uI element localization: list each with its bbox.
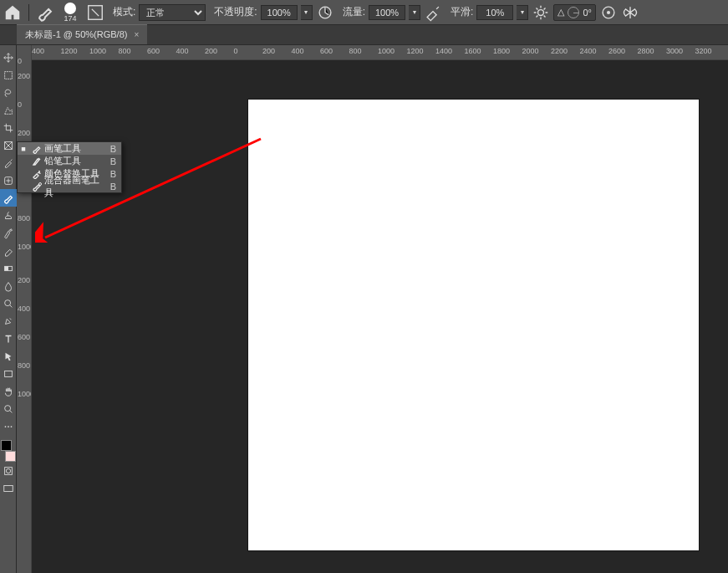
symmetry-button[interactable] [621, 3, 639, 22]
flyout-item[interactable]: ■画笔工具B [18, 142, 121, 155]
healing-brush-tool[interactable] [0, 171, 17, 189]
gear-icon [532, 3, 550, 22]
eyedropper-tool[interactable] [0, 154, 17, 171]
ruler-tick: 0 [18, 100, 22, 109]
home-icon [3, 3, 22, 22]
brush-dot-icon [64, 3, 76, 14]
brush-tool-flyout: ■画笔工具B铅笔工具B颜色替换工具B混合器画笔工具B [17, 141, 122, 193]
flow-input[interactable] [369, 5, 405, 20]
crop-tool[interactable] [0, 119, 17, 136]
ruler-tick: 0 [234, 47, 238, 55]
brush-tool[interactable] [0, 189, 17, 207]
blend-mode-select[interactable]: 正常 [139, 4, 206, 21]
color-swatches[interactable] [0, 440, 17, 462]
smoothing-input[interactable] [476, 5, 513, 20]
opacity-chevron[interactable]: ▾ [301, 5, 313, 20]
rectangle-tool[interactable] [0, 365, 17, 382]
svg-point-15 [11, 426, 13, 427]
flyout-item-icon [29, 144, 44, 154]
ruler-tick: 1400 [435, 47, 452, 55]
airbrush-button[interactable] [424, 3, 442, 22]
gradient-tool[interactable] [0, 259, 17, 277]
screen-mode-button[interactable] [0, 479, 17, 497]
quick-select-tool[interactable] [0, 101, 17, 119]
svg-point-17 [6, 468, 10, 473]
background-color-swatch[interactable] [5, 451, 16, 462]
ruler-tick: 2600 [608, 47, 625, 55]
dodge-tool[interactable] [0, 294, 17, 312]
close-icon[interactable]: × [134, 30, 139, 39]
brush-icon [36, 3, 54, 22]
flyout-item-label: 混合器画笔工具 [44, 174, 106, 199]
ruler-tick: 400 [32, 47, 44, 55]
angle-value: 0° [583, 8, 592, 18]
svg-rect-9 [5, 266, 8, 270]
document-canvas[interactable] [248, 100, 699, 550]
move-tool[interactable] [0, 49, 17, 66]
options-bar: 174 模式: 正常 不透明度: ▾ 流量: ▾ 平滑: ▾ △ 0° [0, 0, 728, 25]
horizontal-ruler: 4001200100080060040020002004006008001000… [32, 45, 728, 60]
svg-point-13 [5, 426, 7, 427]
brush-panel-icon [86, 3, 104, 22]
tool-preset-button[interactable] [36, 3, 54, 22]
ruler-tick: 1200 [61, 47, 78, 55]
pen-tool[interactable] [0, 312, 17, 330]
quick-mask-button[interactable] [0, 462, 17, 479]
ruler-tick: 1000 [89, 47, 106, 55]
brush-angle-control[interactable]: △ 0° [553, 4, 596, 21]
flow-chevron[interactable]: ▾ [409, 5, 420, 20]
home-button[interactable] [3, 3, 22, 22]
butterfly-icon [621, 3, 639, 22]
marquee-tool[interactable] [0, 66, 17, 84]
ruler-tick: 200 [205, 47, 217, 55]
flyout-item[interactable]: 混合器画笔工具B [18, 180, 121, 192]
ruler-tick: 1000 [18, 243, 32, 251]
frame-tool[interactable] [0, 136, 17, 154]
ruler-tick: 200 [262, 47, 275, 55]
ruler-tick: 2800 [638, 47, 654, 55]
flyout-item-shortcut: B [106, 169, 116, 179]
angle-delta-icon: △ [557, 7, 564, 18]
ruler-tick: 800 [18, 361, 30, 370]
document-tab[interactable]: 未标题-1 @ 50%(RGB/8) × [17, 24, 147, 44]
edit-toolbar-button[interactable] [0, 417, 17, 435]
history-brush-tool[interactable] [0, 224, 17, 242]
pressure-icon [316, 3, 334, 22]
flyout-item-icon [29, 169, 44, 179]
flyout-item-shortcut: B [106, 182, 116, 192]
opacity-input[interactable] [261, 5, 298, 20]
brush-panel-button[interactable] [86, 3, 104, 22]
ruler-tick: 200 [18, 72, 30, 80]
flyout-item-icon [29, 182, 44, 192]
ruler-tick: 600 [18, 333, 30, 341]
brush-preview-button[interactable]: 174 [58, 2, 83, 23]
opacity-pressure-button[interactable] [316, 3, 334, 22]
vertical-ruler: 0200020040060080010002004006008001000 [17, 45, 32, 573]
ruler-tick: 800 [349, 47, 362, 55]
type-tool[interactable] [0, 330, 17, 347]
clone-stamp-tool[interactable] [0, 207, 17, 224]
zoom-tool[interactable] [0, 400, 17, 417]
hand-tool[interactable] [0, 382, 17, 400]
smoothing-options-button[interactable] [532, 3, 550, 22]
pressure-size-button[interactable] [599, 3, 618, 22]
path-select-tool[interactable] [0, 347, 17, 365]
smoothing-chevron[interactable]: ▾ [517, 5, 528, 20]
canvas-stage[interactable]: 4001200100080060040020002004006008001000… [32, 45, 728, 573]
ruler-tick: 3200 [695, 47, 712, 55]
lasso-tool[interactable] [0, 84, 17, 101]
foreground-color-swatch[interactable] [1, 440, 12, 451]
svg-point-12 [5, 405, 11, 411]
target-icon [599, 3, 618, 22]
blend-mode-label: 模式: [113, 5, 135, 19]
svg-point-20 [38, 171, 40, 172]
svg-rect-18 [4, 485, 13, 491]
flow-label: 流量: [343, 5, 365, 19]
blur-tool[interactable] [0, 277, 17, 294]
svg-point-4 [607, 10, 610, 13]
ruler-tick: 1000 [18, 390, 32, 398]
eraser-tool[interactable] [0, 242, 17, 259]
document-tab-bar: 未标题-1 @ 50%(RGB/8) × [0, 25, 728, 45]
svg-point-2 [538, 9, 544, 15]
flyout-item[interactable]: 铅笔工具B [18, 155, 121, 167]
